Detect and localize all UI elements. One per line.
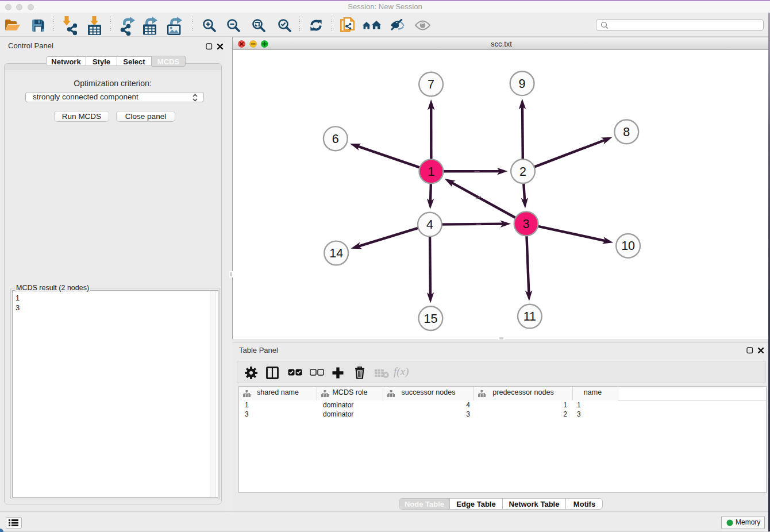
svg-text:15: 15 — [424, 312, 437, 326]
svg-text:14: 14 — [329, 246, 343, 260]
svg-text:9: 9 — [519, 77, 526, 91]
svg-text:2: 2 — [519, 165, 526, 179]
svg-text:4: 4 — [426, 218, 433, 232]
svg-text:10: 10 — [621, 239, 635, 253]
svg-text:11: 11 — [523, 310, 536, 323]
svg-text:3: 3 — [523, 217, 530, 231]
svg-text:6: 6 — [332, 132, 339, 146]
svg-text:8: 8 — [623, 125, 630, 139]
svg-text:7: 7 — [428, 78, 434, 91]
svg-text:1: 1 — [428, 165, 434, 179]
